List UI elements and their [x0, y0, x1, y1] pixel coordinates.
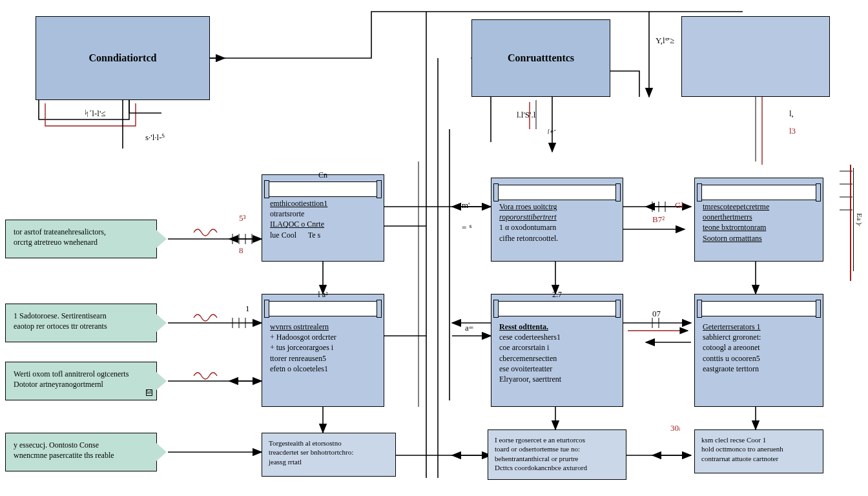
ann-c2lab: m'	[462, 200, 470, 211]
note-3-icon: lel	[146, 389, 152, 396]
header-card-left: Conndiatiortcd	[36, 16, 210, 100]
c3b1-l1: tmrescoteepetcretrme	[703, 202, 815, 212]
note-4-l2: wnencmne pasercatite ths reable	[14, 450, 145, 460]
col2-box-2: 2.7 Resst odttenta. cese coderteeshers1 …	[491, 294, 623, 407]
col2-box2-bar-label: 2.7	[552, 290, 562, 300]
c2b1-l3: 1 α oxodontumarn	[499, 222, 615, 232]
c1f-l2: treacdertet ser bnhotrtortchro:	[269, 448, 389, 457]
c2b2-h: Resst odttenta.	[499, 322, 615, 332]
c1f-l1: Torgesteaith al etorsostno	[269, 439, 389, 448]
c1b1-l3: ILAQOC o Cnrte	[270, 219, 376, 229]
c3b2-l2: sabhierct groronet:	[703, 332, 815, 342]
note-2-l1: 1 Sadotoroese. Sertirentisearn	[14, 311, 145, 321]
note-3-l2: Dototor artneyranogortmernl	[14, 379, 145, 389]
c1b1-l2: otrartsrorte	[270, 209, 376, 219]
c1b2-l5: efetn o olcoeteles1	[270, 364, 376, 374]
c1f-l3: jeassg rrtatl	[269, 457, 389, 466]
ann-a4: ᶴᵉ´	[548, 128, 556, 138]
col3-box-2: Geterterrserators 1 sabhierct groronet: …	[694, 294, 823, 407]
note-1-l2: orcrtg atretreuo wnehenard	[14, 237, 145, 247]
ann-a1: ᛋ´l-l'≤	[84, 108, 105, 119]
margin-side-label: Ea )·	[853, 168, 865, 271]
header-card-right: Conruatttentcs	[471, 19, 610, 97]
col2-box1-bar	[498, 185, 616, 200]
col1-footer-box: Torgesteaith al etorsostno treacdertet s…	[262, 433, 396, 477]
c3f-l3: contrarnat attuote cartnoter	[701, 454, 816, 463]
c2b2-l2: coe arcorsrtain i	[499, 342, 615, 353]
ann-a6: l,	[789, 108, 794, 119]
ann-a7: l3	[789, 126, 796, 136]
ann-c3l: Gl	[675, 200, 683, 211]
c2b2-l4: ese ovoiterteatter	[499, 364, 615, 374]
col1-box-2: l a² wvnrrs ostrtrealern + Hadoosgot ord…	[262, 294, 384, 407]
header-right-title: Conruatttentcs	[508, 52, 574, 64]
ann-r2d: 30ᵢ	[670, 423, 680, 433]
c3f-l1: ksm clecl recse Coor 1	[701, 435, 816, 444]
c2b2-l1: cese coderteeshers1	[499, 332, 615, 342]
col2-box-1: Vora rroes uoitctrg ropororsttibertrert …	[491, 178, 623, 262]
note-callout-3: Werti oxom tofl annitrerol ogtcenerts Do…	[5, 362, 157, 400]
c2b1-l1: Vora rroes uoitctrg	[499, 202, 615, 212]
c1b1-suf: Te s	[308, 231, 321, 240]
c3b1-l2: oonerthertmerrs	[703, 212, 815, 222]
c1b2-l3: + tus jorceorargoes i	[270, 342, 376, 353]
col1-box2-bar: l a²	[269, 301, 377, 316]
note-4-l1: y essecucj. Oontosto Conse	[14, 440, 145, 450]
ann-r2c: 07	[652, 309, 661, 319]
c3b1-l3: teone bxtrorntonram	[703, 222, 815, 232]
note-callout-1: tor asrtof trateanehresalictors, orcrtg …	[5, 220, 157, 258]
col1-box1-bar-label: Cn	[318, 170, 327, 180]
note-callout-4: y essecucj. Oontosto Conse wnencmne pase…	[5, 433, 157, 471]
col2-footer-box: I eorse rgosercet e an eturtorcos toard …	[488, 429, 626, 480]
c1b2-l2: + Hadoosgot ordcrter	[270, 332, 376, 342]
col2-box2-bar: 2.7	[498, 301, 616, 316]
header-left-title: Conndiatiortcd	[89, 52, 157, 64]
note-1-l1: tor asrtof trateanehresalictors,	[14, 227, 145, 237]
c2b1-l4: cifhe retonrcoottel.	[499, 233, 615, 243]
col3-box2-bar	[701, 301, 816, 316]
col3-footer-box: ksm clecl recse Coor 1 hold octtmonco tr…	[694, 429, 823, 473]
c1b1-l1: emthicootiesttion1	[270, 198, 376, 209]
c3f-l2: hold octtmonco tro aneruenh	[701, 444, 816, 453]
ann-r2b: a=	[465, 323, 473, 333]
c2b2-l3: cbercemenrsectten	[499, 353, 615, 364]
note-3-l1: Werti oxom tofl annitrerol ogtcenerts	[14, 369, 145, 379]
ann-a3: l.l'S'.l	[517, 110, 535, 120]
c2f-l3: behentrantanthicral or prurtre	[495, 454, 619, 463]
c2f-l1: I eorse rgosercet e an eturtorcos	[495, 435, 619, 444]
c2f-l4: Dcttcs coordokancnbce axturord	[495, 463, 619, 472]
col1-box1-bar: Cn	[269, 181, 377, 197]
ann-c3m: B7²	[652, 214, 665, 225]
header-card-far-right	[681, 16, 830, 97]
c1b2-l1: wvnrrs ostrtrealern	[270, 322, 376, 332]
c1b1-l4: lue Cool	[270, 231, 296, 240]
col1-box-1: Cn emthicootiesttion1 otrartsrorte ILAQO…	[262, 174, 384, 262]
col3-box1-bar	[701, 185, 816, 200]
ann-c1lb: 8	[239, 245, 243, 256]
note-2-l2: eaotop rer ortoces ttr otrerants	[14, 321, 145, 331]
ann-a5: Y,lᵉ'≥	[656, 36, 674, 46]
c2b2-l5: Elryaroor, saerttrent	[499, 374, 615, 384]
diagram-canvas: Conndiatiortcd Conruatttentcs tor asrtof…	[0, 0, 868, 496]
note-callout-2: 1 Sadotoroese. Sertirentisearn eaotop re…	[5, 304, 157, 342]
c3b2-l4: conttis u ocooren5	[703, 353, 815, 364]
c2b1-l2: ropororsttibertrert	[499, 212, 615, 222]
margin-red-bar	[850, 165, 851, 281]
c3b2-l3: cotoogl a areoonet	[703, 342, 815, 353]
ann-c1lt: 5³	[239, 213, 245, 223]
c3b1-l4: Sootorn ormatttans	[703, 233, 815, 243]
c3b2-l1: Geterterrserators 1	[703, 322, 815, 332]
col3-box-1: tmrescoteepetcretrme oonerthertmerrs teo…	[694, 178, 823, 262]
ann-r2a: 1	[245, 304, 250, 314]
c3b2-l5: eastgraote terttorn	[703, 364, 815, 374]
ann-a2: s·'l·l-⁵	[145, 132, 165, 143]
c2f-l2: toard or odsertortemse tue no:	[495, 444, 619, 453]
col1-box2-bar-label: l a²	[318, 290, 327, 300]
c1b2-l4: ttorer renreausen5	[270, 353, 376, 364]
ann-c2r: = ˢ	[462, 223, 472, 233]
